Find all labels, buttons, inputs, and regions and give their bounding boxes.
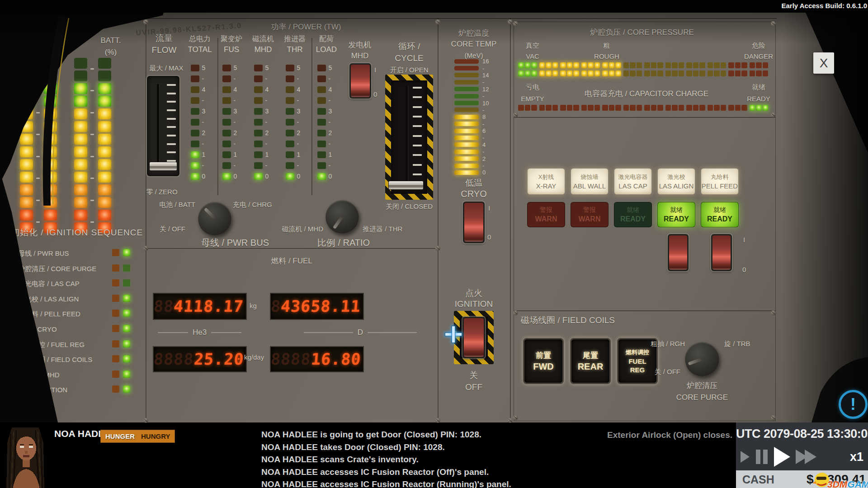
led-cell	[254, 65, 263, 71]
led-cell	[112, 264, 119, 272]
button-pell-feed[interactable]: 丸给料PELL FEED	[701, 168, 739, 195]
cycle-slider-well[interactable]	[391, 80, 427, 194]
led-group	[644, 105, 663, 111]
mhd-switch-label-en: MHD	[343, 52, 377, 61]
led-cell	[552, 105, 558, 111]
sequence-item-label: 激光电容 / LAS CAP	[18, 280, 80, 288]
led-group	[581, 105, 600, 111]
core-temp-row: -	[454, 134, 493, 141]
cryo-switch-face[interactable]	[464, 203, 483, 242]
led-cell	[708, 70, 713, 76]
pause-button[interactable]	[756, 450, 768, 464]
ratio-knob[interactable]	[326, 200, 359, 234]
power-scale-label: -	[202, 97, 209, 104]
led-cell	[756, 105, 762, 111]
led-cell	[254, 173, 263, 180]
ignition-switch-face[interactable]	[464, 318, 484, 357]
button-las-cap[interactable]: 激光电容器LAS CAP	[614, 168, 652, 195]
core-temp-scale-label: -	[482, 79, 493, 85]
mhd-generator-switch[interactable]	[349, 63, 371, 99]
alert-exclamation-icon[interactable]: !	[839, 390, 868, 419]
slider-tick	[413, 106, 422, 108]
led-cell	[74, 121, 87, 132]
power-scale-label: -	[234, 140, 241, 147]
led-cell	[560, 105, 566, 111]
led-cell	[20, 184, 33, 195]
close-panel-button[interactable]: X	[813, 52, 834, 74]
coil-button-label-en: REAR	[578, 361, 604, 372]
led-cell	[98, 70, 111, 81]
cycle-slider-handle[interactable]	[388, 181, 424, 190]
cycle-slider[interactable]	[385, 75, 433, 200]
power-led-row: -	[286, 117, 304, 127]
battery-tick	[36, 156, 40, 157]
battery-ticks	[90, 58, 95, 233]
led-cell	[651, 105, 657, 111]
led-group	[728, 105, 747, 111]
sequence-item-label: 低温 / CRYO	[18, 325, 57, 334]
rough-label-en: ROUGH	[589, 52, 625, 60]
character-portrait[interactable]	[3, 425, 48, 488]
core-temp-scale-label: 4	[482, 141, 493, 148]
button-x-ray[interactable]: X射线X-RAY	[527, 168, 565, 195]
led-cell	[693, 70, 699, 76]
led-cell	[454, 108, 479, 112]
led-cell	[735, 105, 741, 111]
power-column-leds: 5-4-3-2-1-0	[317, 62, 336, 182]
flow-slider-handle[interactable]	[149, 162, 177, 171]
led-cell	[123, 355, 130, 362]
led-cell	[651, 62, 657, 68]
slider-tick	[413, 174, 422, 175]
capacitor-charge-meter	[518, 105, 768, 113]
play-slow-button[interactable]	[741, 451, 750, 463]
empty-label-en: EMPTY	[514, 95, 551, 103]
slider-tick	[167, 101, 176, 103]
fuel-he3-rate-ghost: 8888	[153, 350, 195, 368]
coil-button-fwd[interactable]: 前置FWD	[523, 338, 564, 384]
cryo-switch[interactable]	[463, 202, 485, 243]
fuel-d-label-row: D	[304, 328, 417, 337]
fuel-d-amount-display: 843658.11	[270, 293, 364, 320]
log-line: NOA HADLEE scans Crate's inventory.	[261, 455, 511, 464]
flow-slider-track[interactable]	[157, 84, 159, 169]
ignition-switch[interactable]	[462, 317, 485, 358]
fast-forward-button[interactable]	[796, 450, 816, 464]
power-scale-label: -	[329, 118, 336, 126]
button-las-align[interactable]: 激光校LAS ALIGN	[657, 168, 695, 195]
led-cell	[531, 62, 537, 68]
time-speed-value[interactable]: x1	[850, 450, 863, 464]
purge-trb-label: 旋 / TRB	[724, 340, 750, 348]
button-abl-wall[interactable]: 烧蚀墙ABL WALL	[571, 168, 609, 195]
led-cell	[98, 146, 111, 157]
coil-button-rear[interactable]: 尾置REAR	[570, 338, 611, 384]
aux-switch-1[interactable]	[668, 234, 689, 271]
aux-switch-2[interactable]	[711, 234, 732, 271]
battery-tick	[90, 112, 94, 113]
cycle-slider-track[interactable]	[406, 86, 408, 184]
pwr-bus-knob[interactable]	[198, 202, 231, 235]
power-title: 功率 / POWER (TW)	[238, 22, 374, 32]
core-purge-knob[interactable]	[685, 342, 719, 376]
mhd-generator-switch-face[interactable]	[351, 65, 370, 97]
led-cell	[317, 86, 326, 93]
flow-slider[interactable]	[146, 75, 180, 177]
led-cell	[699, 70, 705, 76]
aux-switch-1-face[interactable]	[669, 235, 687, 270]
led-cell	[98, 172, 111, 183]
led-cell	[20, 197, 33, 208]
led-cell	[518, 70, 524, 76]
power-scale-label: -	[265, 162, 273, 169]
core-temp-row: -	[454, 162, 493, 169]
ratio-mhd-label: 磁流机 / MHD	[264, 225, 323, 234]
button-label-en: X-RAY	[536, 182, 557, 190]
led-cell	[560, 62, 566, 68]
button-label-en: LAS CAP	[618, 182, 647, 190]
led-cell	[531, 70, 537, 76]
led-cell	[525, 105, 531, 111]
led-cell	[191, 86, 199, 93]
aux-switch-2-face[interactable]	[712, 235, 731, 270]
battery-ticks	[36, 58, 41, 233]
play-button[interactable]	[774, 447, 790, 467]
led-cell	[454, 59, 479, 64]
button-label-zh: 激光校	[668, 173, 685, 181]
